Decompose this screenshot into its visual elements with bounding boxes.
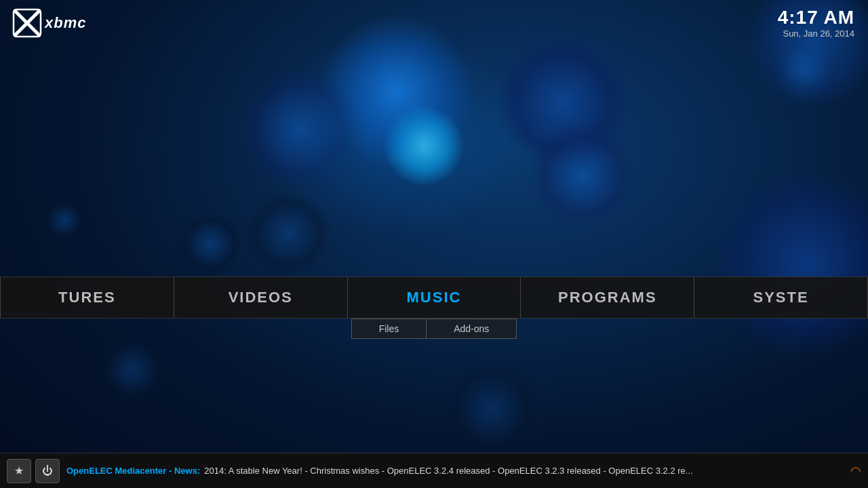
power-button[interactable]: ⏻ (35, 459, 60, 483)
nav-item-videos[interactable]: VIDEOS (174, 277, 348, 318)
nav-item-music[interactable]: MUSIC (348, 277, 521, 318)
status-bar: ★ ⏻ OpenELEC Mediacenter - News: 2014: A… (0, 453, 868, 488)
background (0, 0, 868, 488)
news-label: OpenELEC Mediacenter - News: (66, 466, 200, 476)
date-display: Sun, Jan 26, 2014 (778, 28, 854, 39)
nav-item-pictures[interactable]: TURES (0, 277, 174, 318)
clock-display: 4:17 AM (778, 7, 854, 28)
news-ticker: OpenELEC Mediacenter - News: 2014: A sta… (66, 466, 844, 476)
news-text: 2014: A stable New Year! - Christmas wis… (204, 466, 692, 476)
favorites-button[interactable]: ★ (7, 459, 31, 483)
status-icon-group: ★ ⏻ (7, 459, 60, 483)
sub-nav-addons[interactable]: Add-ons (426, 319, 517, 339)
sub-nav-files[interactable]: Files (351, 319, 427, 339)
logo-text: xbmc (45, 14, 86, 32)
nav-item-system[interactable]: SYSTE (694, 277, 868, 318)
main-nav: TURES VIDEOS MUSIC PROGRAMS SYSTE (0, 277, 868, 319)
xbmc-logo: xbmc (12, 8, 86, 38)
rss-icon: ◠ (850, 464, 861, 479)
nav-item-programs[interactable]: PROGRAMS (521, 277, 694, 318)
top-bar: 4:17 AM Sun, Jan 26, 2014 (764, 0, 868, 45)
sub-nav: Files Add-ons (0, 319, 868, 339)
